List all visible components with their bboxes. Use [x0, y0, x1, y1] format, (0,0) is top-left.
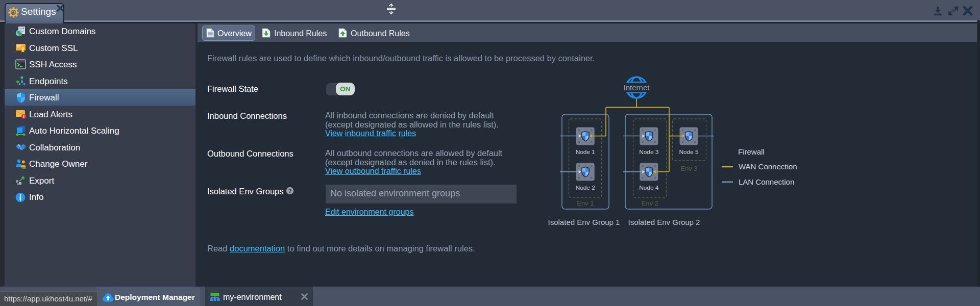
svg-text:Internet: Internet	[624, 83, 650, 92]
svg-text:?: ?	[288, 188, 292, 194]
svg-text:WAN Connection: WAN Connection	[739, 162, 797, 171]
svg-text:Env 1: Env 1	[577, 199, 594, 207]
svg-text:Node 2: Node 2	[576, 184, 595, 191]
svg-text:Node 5: Node 5	[679, 148, 698, 156]
svg-text:Isolated Env Group 2: Isolated Env Group 2	[628, 218, 700, 226]
svg-text:Firewall: Firewall	[738, 147, 765, 156]
svg-text:Node 1: Node 1	[576, 148, 595, 156]
svg-text:Isolated Env Group 1: Isolated Env Group 1	[548, 218, 620, 226]
svg-text:Env 3: Env 3	[680, 165, 697, 172]
svg-text:LAN Connection: LAN Connection	[739, 177, 794, 186]
svg-text:Env 2: Env 2	[642, 199, 658, 207]
svg-text:Node 3: Node 3	[639, 148, 658, 156]
svg-text:Node 4: Node 4	[639, 184, 658, 191]
